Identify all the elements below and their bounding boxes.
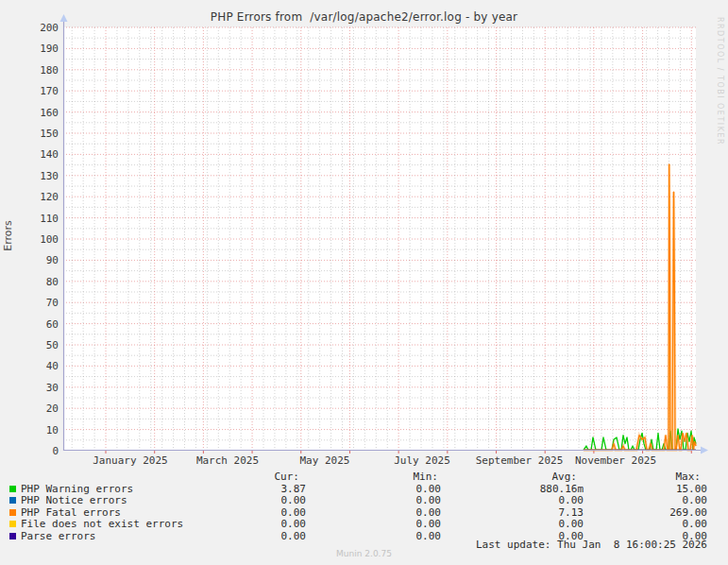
y-tick-label: 150 bbox=[2, 128, 59, 139]
legend-header: Cur: bbox=[275, 471, 300, 483]
legend-value: 269.00 bbox=[669, 507, 707, 519]
y-tick-label: 0 bbox=[2, 446, 59, 456]
legend-value: 0.00 bbox=[559, 495, 584, 506]
legend-value: 7.13 bbox=[559, 507, 584, 519]
series-glow-php-fatal-errors bbox=[584, 164, 696, 450]
y-tick-label: 60 bbox=[2, 319, 59, 330]
legend-value: 0.00 bbox=[416, 507, 442, 519]
y-tick-label: 180 bbox=[2, 65, 59, 76]
legend-swatch-php-notice-errors bbox=[9, 497, 16, 504]
legend-header: Max: bbox=[676, 471, 702, 483]
y-tick-label: 110 bbox=[2, 214, 59, 224]
legend-value: 0.00 bbox=[416, 495, 442, 506]
y-tick-label: 160 bbox=[2, 108, 59, 118]
y-tick-label: 80 bbox=[2, 277, 59, 287]
y-tick-label: 10 bbox=[2, 425, 59, 436]
legend-value: 3.87 bbox=[281, 484, 307, 495]
legend-value: 0.00 bbox=[683, 495, 708, 506]
y-tick-label: 20 bbox=[2, 403, 59, 414]
legend-header: Min: bbox=[414, 471, 439, 483]
x-tick-label: May 2025 bbox=[268, 455, 381, 466]
x-tick-label: November 2025 bbox=[559, 455, 672, 466]
series-line-php-fatal-errors bbox=[584, 164, 696, 450]
y-tick-label: 120 bbox=[2, 192, 59, 202]
legend-value: 0.00 bbox=[281, 519, 307, 530]
legend-swatch-file-does-not-exist-errors bbox=[9, 521, 16, 527]
plot-area bbox=[63, 27, 696, 451]
y-tick-label: 40 bbox=[2, 361, 59, 371]
legend-label: PHP Warning errors bbox=[21, 484, 133, 495]
y-tick-label: 30 bbox=[2, 383, 59, 393]
chart-canvas bbox=[63, 27, 696, 451]
x-tick-label: March 2025 bbox=[171, 455, 284, 466]
legend-value: 0.00 bbox=[281, 507, 307, 519]
x-tick-label: July 2025 bbox=[365, 455, 479, 466]
legend-value: 0.00 bbox=[416, 531, 442, 542]
y-tick-label: 90 bbox=[2, 255, 59, 265]
rrdtool-watermark: RRDTOOL / TOBI OETIKER bbox=[716, 17, 724, 146]
legend-value: 15.00 bbox=[676, 484, 707, 495]
y-tick-label: 70 bbox=[2, 298, 59, 308]
munin-version-text: Munin 2.0.75 bbox=[0, 549, 728, 558]
x-axis-arrow-icon bbox=[701, 447, 708, 454]
legend-value: 0.00 bbox=[559, 519, 584, 530]
legend-label: Parse errors bbox=[21, 531, 95, 542]
y-tick-label: 50 bbox=[2, 340, 59, 351]
legend-swatch-parse-errors bbox=[9, 533, 16, 539]
legend-value: 0.00 bbox=[281, 531, 307, 542]
legend-label: File does not exist errors bbox=[21, 519, 183, 530]
legend-value: 0.00 bbox=[416, 484, 442, 495]
legend-value: 0.00 bbox=[281, 495, 307, 506]
page-title: PHP Errors from /var/log/apache2/error.l… bbox=[0, 10, 728, 24]
legend-label: PHP Notice errors bbox=[21, 495, 127, 506]
legend-label: PHP Fatal errors bbox=[21, 507, 121, 519]
y-tick-label: 190 bbox=[2, 43, 59, 54]
y-tick-label: 100 bbox=[2, 234, 59, 245]
legend-value: 880.16m bbox=[540, 484, 584, 495]
y-tick-label: 130 bbox=[2, 171, 59, 181]
legend-value: 0.00 bbox=[416, 519, 442, 530]
legend-value: 0.00 bbox=[683, 519, 708, 530]
y-tick-label: 170 bbox=[2, 86, 59, 96]
y-tick-label: 200 bbox=[2, 23, 59, 33]
legend-header: Avg: bbox=[552, 471, 578, 483]
legend-swatch-php-warning-errors bbox=[9, 486, 16, 492]
y-tick-label: 140 bbox=[2, 149, 59, 160]
legend-swatch-php-fatal-errors bbox=[9, 509, 16, 516]
x-tick-label: January 2025 bbox=[74, 455, 187, 466]
